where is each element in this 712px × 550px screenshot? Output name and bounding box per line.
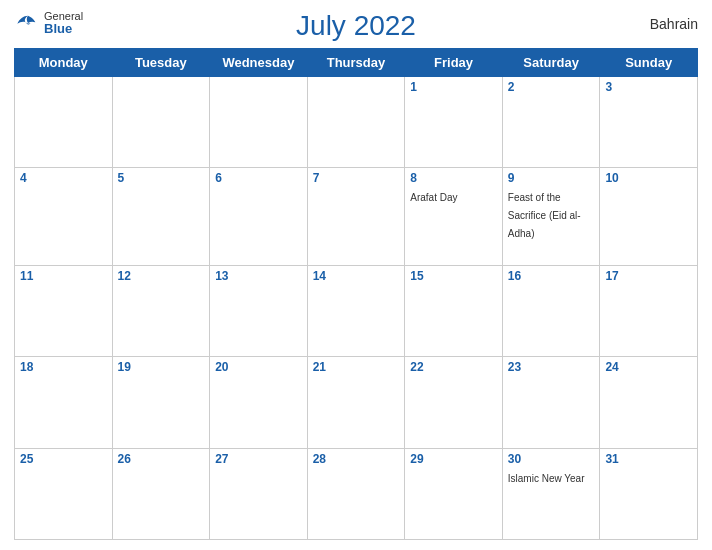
col-saturday: Saturday: [502, 49, 600, 77]
calendar-cell: 9Feast of the Sacrifice (Eid al-Adha): [502, 168, 600, 266]
day-number: 15: [410, 269, 497, 283]
day-number: 5: [118, 171, 205, 185]
calendar-cell: 6: [210, 168, 308, 266]
calendar-cell: 10: [600, 168, 698, 266]
calendar-header: General Blue July 2022 Bahrain: [14, 10, 698, 42]
calendar-cell: 29: [405, 448, 503, 539]
calendar-week-4: 18192021222324: [15, 357, 698, 448]
calendar-cell: 8Arafat Day: [405, 168, 503, 266]
col-friday: Friday: [405, 49, 503, 77]
calendar-cell: 5: [112, 168, 210, 266]
day-number: 10: [605, 171, 692, 185]
month-title: July 2022: [296, 10, 416, 42]
calendar-cell: 4: [15, 168, 113, 266]
day-number: 8: [410, 171, 497, 185]
calendar-cell: 21: [307, 357, 405, 448]
day-number: 2: [508, 80, 595, 94]
calendar-cell: 30Islamic New Year: [502, 448, 600, 539]
calendar-cell: 0: [112, 77, 210, 168]
day-number: 11: [20, 269, 107, 283]
day-number: 0: [313, 80, 400, 94]
day-number: 20: [215, 360, 302, 374]
calendar-cell: 16: [502, 266, 600, 357]
day-number: 7: [313, 171, 400, 185]
calendar-cell: 28: [307, 448, 405, 539]
calendar-cell: 3: [600, 77, 698, 168]
calendar-cell: 0: [210, 77, 308, 168]
calendar-cell: 25: [15, 448, 113, 539]
logo-bird-icon: [14, 14, 42, 32]
event-text: Feast of the Sacrifice (Eid al-Adha): [508, 192, 581, 239]
calendar-cell: 24: [600, 357, 698, 448]
day-number: 29: [410, 452, 497, 466]
calendar-cell: 0: [15, 77, 113, 168]
day-number: 1: [410, 80, 497, 94]
calendar-cell: 13: [210, 266, 308, 357]
day-number: 30: [508, 452, 595, 466]
day-number: 0: [20, 80, 107, 94]
country-label: Bahrain: [650, 16, 698, 32]
calendar-cell: 20: [210, 357, 308, 448]
calendar-cell: 31: [600, 448, 698, 539]
calendar-cell: 14: [307, 266, 405, 357]
calendar-cell: 22: [405, 357, 503, 448]
calendar-cell: 26: [112, 448, 210, 539]
day-number: 28: [313, 452, 400, 466]
day-number: 27: [215, 452, 302, 466]
calendar-cell: 12: [112, 266, 210, 357]
col-tuesday: Tuesday: [112, 49, 210, 77]
calendar-cell: 7: [307, 168, 405, 266]
logo-blue: Blue: [44, 22, 83, 36]
calendar-week-1: 0000123: [15, 77, 698, 168]
day-number: 6: [215, 171, 302, 185]
day-number: 24: [605, 360, 692, 374]
day-number: 23: [508, 360, 595, 374]
day-number: 3: [605, 80, 692, 94]
day-number: 9: [508, 171, 595, 185]
col-wednesday: Wednesday: [210, 49, 308, 77]
calendar-cell: 23: [502, 357, 600, 448]
day-number: 18: [20, 360, 107, 374]
calendar-wrapper: General Blue July 2022 Bahrain Monday Tu…: [0, 0, 712, 550]
day-number: 4: [20, 171, 107, 185]
calendar-table: Monday Tuesday Wednesday Thursday Friday…: [14, 48, 698, 540]
calendar-week-2: 45678Arafat Day9Feast of the Sacrifice (…: [15, 168, 698, 266]
day-number: 12: [118, 269, 205, 283]
calendar-cell: 2: [502, 77, 600, 168]
day-number: 14: [313, 269, 400, 283]
calendar-cell: 18: [15, 357, 113, 448]
day-number: 0: [215, 80, 302, 94]
calendar-week-3: 11121314151617: [15, 266, 698, 357]
title-block: July 2022: [296, 10, 416, 42]
calendar-cell: 11: [15, 266, 113, 357]
day-number: 17: [605, 269, 692, 283]
day-number: 22: [410, 360, 497, 374]
day-number: 0: [118, 80, 205, 94]
event-text: Arafat Day: [410, 192, 457, 203]
calendar-cell: 0: [307, 77, 405, 168]
day-number: 26: [118, 452, 205, 466]
day-number: 25: [20, 452, 107, 466]
calendar-week-5: 252627282930Islamic New Year31: [15, 448, 698, 539]
event-text: Islamic New Year: [508, 473, 585, 484]
calendar-cell: 17: [600, 266, 698, 357]
day-number: 19: [118, 360, 205, 374]
logo: General Blue: [14, 10, 83, 36]
col-monday: Monday: [15, 49, 113, 77]
day-number: 13: [215, 269, 302, 283]
day-number: 16: [508, 269, 595, 283]
header-row: Monday Tuesday Wednesday Thursday Friday…: [15, 49, 698, 77]
day-number: 21: [313, 360, 400, 374]
col-thursday: Thursday: [307, 49, 405, 77]
calendar-cell: 19: [112, 357, 210, 448]
calendar-cell: 27: [210, 448, 308, 539]
col-sunday: Sunday: [600, 49, 698, 77]
day-number: 31: [605, 452, 692, 466]
calendar-cell: 15: [405, 266, 503, 357]
calendar-cell: 1: [405, 77, 503, 168]
